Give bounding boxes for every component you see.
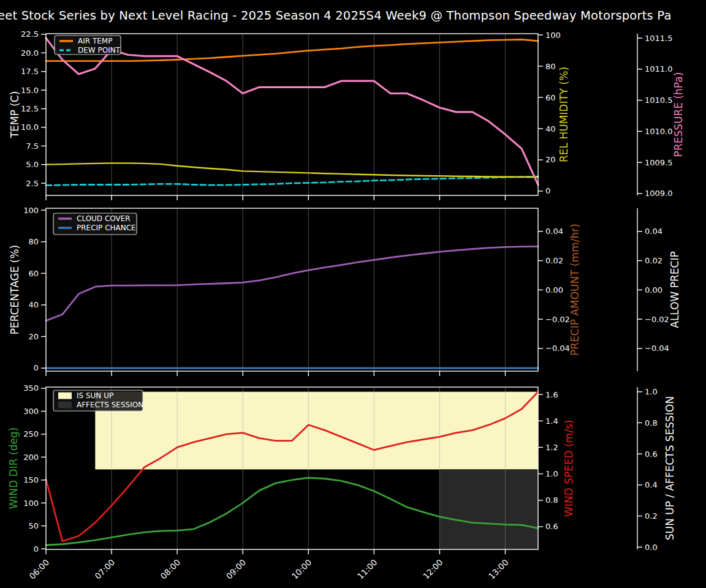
svg-text:40: 40 — [28, 300, 39, 309]
svg-text:10.0: 10.0 — [21, 123, 39, 132]
svg-text:40: 40 — [545, 124, 556, 134]
wind-sun-left-ticks: 050100150200250300350 — [23, 383, 46, 553]
legend-label-cloud-cover: CLOUD COVER — [77, 214, 131, 223]
legend-swatch-affects-session — [58, 402, 72, 409]
x-tick-label: 11:00 — [355, 557, 379, 581]
svg-text:7.5: 7.5 — [26, 141, 39, 151]
wind-sun-right2-axis-label: SUN UP / AFFECTS SESSION — [664, 396, 676, 540]
svg-text:50: 50 — [28, 521, 39, 530]
svg-text:350: 350 — [23, 383, 39, 393]
gridlines — [112, 208, 505, 371]
temperature-legend: AIR TEMPDEW POINT — [55, 36, 121, 55]
svg-text:20: 20 — [545, 155, 556, 164]
legend-label-air-temp: AIR TEMP — [78, 37, 112, 45]
svg-text:−0.04: −0.04 — [545, 344, 570, 353]
svg-text:1010.0: 1010.0 — [645, 127, 673, 136]
svg-text:17.5: 17.5 — [21, 67, 39, 76]
precipitation-left-ticks: 020406080100 — [23, 206, 46, 373]
svg-text:−0.02: −0.02 — [545, 315, 570, 324]
svg-text:0.04: 0.04 — [545, 227, 563, 236]
series-cloud-cover — [46, 246, 538, 320]
precipitation-legend: CLOUD COVERPRECIP CHANCE — [53, 213, 137, 235]
svg-text:1010.5: 1010.5 — [645, 96, 673, 105]
svg-text:0.0: 0.0 — [645, 543, 658, 552]
wind-sun-right-ticks: 0.60.81.01.21.41.6 — [538, 390, 558, 532]
precipitation-left-axis-label: PERCENTAGE (%) — [9, 245, 21, 334]
chart-temperature: 2.55.07.510.012.515.017.520.022.50204060… — [9, 29, 685, 200]
svg-text:1011.5: 1011.5 — [645, 34, 673, 43]
wind-sun-far-right-axis: 0.00.20.40.60.81.0 — [637, 387, 658, 552]
wind-sun-left-axis-label: WIND DIR (deg) — [7, 428, 20, 510]
wind-sun-right-axis-label: WIND SPEED (m/s) — [563, 420, 575, 516]
svg-text:80: 80 — [545, 62, 556, 71]
svg-text:1.2: 1.2 — [545, 443, 558, 452]
forecast-charts-svg: 2.55.07.510.012.515.017.520.022.50204060… — [0, 0, 706, 588]
chart-precipitation: 0204060801000.040.020.00−0.02−0.040.040.… — [9, 206, 681, 376]
svg-text:0.00: 0.00 — [545, 285, 563, 295]
svg-text:60: 60 — [28, 269, 39, 278]
legend-label-dew-point: DEW POINT — [78, 46, 121, 55]
svg-text:1009.0: 1009.0 — [645, 189, 673, 198]
svg-text:0.2: 0.2 — [645, 511, 658, 521]
svg-text:−0.02: −0.02 — [645, 315, 669, 324]
svg-text:5.0: 5.0 — [26, 160, 39, 169]
precipitation-right-axis-label: PRECIP AMOUNT (mm/hr) — [569, 224, 581, 356]
svg-text:1.4: 1.4 — [545, 417, 558, 426]
svg-text:250: 250 — [23, 429, 39, 439]
legend-label-precip-chance: PRECIP CHANCE — [77, 224, 136, 232]
svg-text:0.8: 0.8 — [645, 418, 658, 428]
legend-label-is-sun-up: IS SUN UP — [77, 391, 113, 400]
svg-text:12.5: 12.5 — [21, 104, 39, 113]
x-tick-label: 07:00 — [93, 557, 116, 581]
temperature-left-ticks: 2.55.07.510.012.515.017.520.022.5 — [21, 29, 46, 187]
plot-border — [46, 34, 538, 195]
svg-text:60: 60 — [545, 93, 556, 102]
temperature-right2-axis-label: PRESSURE (hPa) — [672, 72, 685, 157]
svg-text:0.6: 0.6 — [545, 522, 558, 531]
wind-sun-x-ticks: 06:0007:0008:0009:0010:0011:0012:0013:00 — [27, 549, 510, 581]
svg-text:0.8: 0.8 — [545, 496, 558, 505]
svg-text:0.04: 0.04 — [645, 227, 662, 236]
svg-text:0: 0 — [34, 545, 39, 554]
svg-text:0.6: 0.6 — [645, 450, 658, 459]
svg-text:300: 300 — [23, 407, 39, 416]
x-tick-label: 08:00 — [158, 557, 182, 581]
precipitation-right-ticks: 0.040.020.00−0.02−0.04 — [538, 227, 570, 353]
svg-text:22.5: 22.5 — [21, 29, 39, 39]
svg-text:2.5: 2.5 — [26, 179, 39, 188]
svg-text:1.0: 1.0 — [545, 469, 558, 478]
svg-text:1.6: 1.6 — [545, 390, 558, 399]
x-tick-label: 13:00 — [487, 557, 511, 581]
legend-swatch-is-sun-up — [58, 393, 72, 399]
x-tick-label: 10:00 — [290, 557, 314, 581]
legend-label-affects-session: AFFECTS SESSION — [77, 401, 143, 409]
svg-text:1011.0: 1011.0 — [645, 64, 673, 74]
affects-session-band — [439, 469, 538, 549]
svg-text:100: 100 — [23, 499, 39, 508]
svg-text:0: 0 — [545, 186, 550, 195]
temperature-right-axis-label: REL HUMIDITY (%) — [558, 67, 570, 162]
temperature-x-ticks — [46, 195, 505, 200]
svg-text:200: 200 — [23, 453, 39, 462]
svg-text:20.0: 20.0 — [21, 48, 39, 58]
svg-text:100: 100 — [545, 31, 561, 40]
svg-text:0.02: 0.02 — [545, 256, 563, 265]
svg-text:20: 20 — [28, 332, 39, 341]
temperature-far-right-axis: 1009.01009.51010.01010.51011.01011.5 — [637, 34, 673, 198]
wind-sun-legend: IS SUN UPAFFECTS SESSION — [53, 390, 143, 411]
precipitation-right2-axis-label: ALLOW PRECIP — [669, 251, 681, 328]
x-tick-label: 06:00 — [27, 557, 51, 581]
svg-text:0.00: 0.00 — [645, 285, 662, 295]
weather-forecast-figure: eet Stock Series by Next Level Racing - … — [0, 0, 706, 588]
svg-text:−0.04: −0.04 — [645, 344, 669, 353]
temperature-left-axis-label: TEMP (C) — [9, 91, 21, 139]
svg-text:80: 80 — [28, 237, 39, 246]
svg-text:150: 150 — [23, 475, 39, 484]
svg-text:0.02: 0.02 — [645, 256, 662, 265]
svg-text:0: 0 — [34, 363, 39, 372]
gridlines — [112, 34, 505, 195]
series-dew-point — [46, 176, 538, 186]
x-tick-label: 12:00 — [421, 557, 445, 581]
svg-text:1.0: 1.0 — [645, 387, 658, 396]
x-tick-label: 09:00 — [224, 557, 248, 581]
